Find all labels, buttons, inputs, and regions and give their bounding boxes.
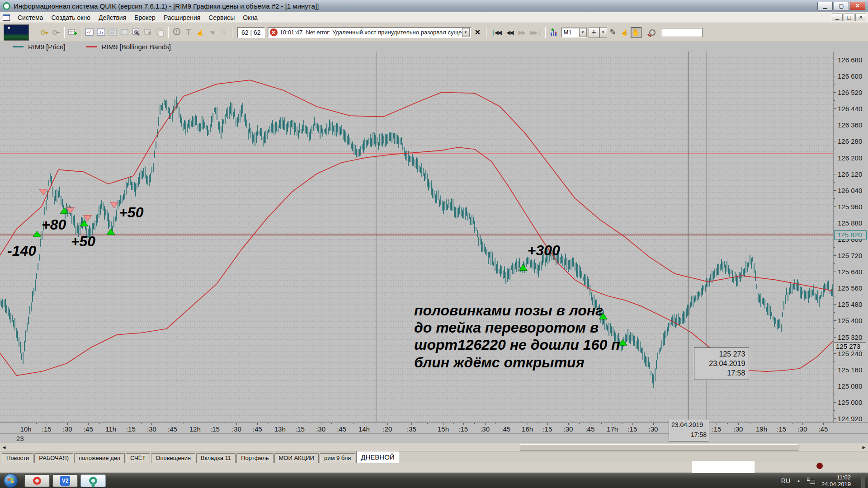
taskbar-vnc-button[interactable]: V2 [52,474,78,487]
maximize-button[interactable]: ▢ [834,2,849,10]
interval-dropdown-arrow[interactable]: ▼ [579,28,587,37]
time-tick [782,423,782,425]
price-minor-tick [834,182,835,183]
pointer-hand-icon[interactable]: ☝ [619,27,631,38]
disconnect-key-icon[interactable] [50,27,62,38]
mdi-close-button[interactable]: ✕ [855,14,866,21]
menu-item-2[interactable]: Создать окно [47,13,94,22]
price-label: 126 040 [838,186,862,194]
chart-plot-area[interactable]: -140+80+50+50+300половинками позы в лонг… [0,52,833,422]
time-minor-tick [400,423,400,424]
pan-hand-button[interactable]: ✋ [631,27,642,38]
chart-settings-icon[interactable] [84,27,95,38]
text-tool-icon[interactable]: T [183,27,194,38]
interval-select[interactable]: M1 ▼ [561,28,587,38]
scroll-left-arrow[interactable]: ◀ [0,444,8,450]
time-tick [111,423,111,425]
error-dropdown[interactable]: ✕ 10:01:47 Net error: Удаленный хост при… [268,27,471,38]
nav-first-button[interactable]: ❘◀◀ [489,28,504,37]
delete-window-icon[interactable] [142,27,154,38]
network-icon[interactable] [807,478,815,484]
show-desktop-button[interactable] [861,473,865,488]
nav-next-button[interactable]: ▶▶ [516,28,527,37]
time-label: 14h [359,425,370,433]
scroll-right-arrow[interactable]: ▶ [860,444,868,450]
price-label: 125 400 [838,317,862,324]
tab-3[interactable]: положение дел [74,453,125,463]
mdi-minimize-button[interactable]: ▁ [832,14,843,21]
close-button[interactable]: ✕ [850,2,865,10]
zoom-dropdown-arrow[interactable]: ▼ [599,27,607,38]
menu-item-5[interactable]: Расширения [160,13,204,22]
chart-window2-icon[interactable] [95,27,107,38]
minimize-button[interactable]: ▁ [817,2,833,10]
add-table-icon[interactable] [67,27,79,38]
price-minor-tick [834,117,835,117]
menu-item-3[interactable]: Действия [94,13,130,22]
price-tick [834,272,836,272]
nav-prev-button[interactable]: ◀◀ [504,28,515,37]
time-tick [387,423,388,425]
price-label: 125 320 [838,333,862,341]
start-button[interactable] [4,474,18,488]
time-minor-tick [813,423,813,424]
copy-window-icon[interactable] [154,27,166,38]
price-tick [834,190,836,191]
menu-item-6[interactable]: Сервисы [204,13,239,22]
error-dropdown-arrow[interactable]: ▼ [462,28,470,37]
alert-icon[interactable]: ! [171,27,183,38]
mdi-restore-button[interactable]: ▢ [844,14,854,21]
hand-left-icon[interactable]: ☚ [206,27,218,38]
edit-properties-icon[interactable] [131,27,142,38]
time-tick [506,423,506,425]
current-price-badge: 125 820 [834,230,867,239]
tab-8[interactable]: МОИ АКЦИИ [274,453,319,463]
chart-annotation: шорт126220 не дошли 160 п [414,337,620,353]
taskbar-opera-button[interactable] [24,474,50,487]
zoom-in-button[interactable]: + [589,27,599,38]
time-label: :15 [627,425,637,433]
time-minor-tick [517,423,517,424]
draw-tool-icon[interactable]: ✎ [607,27,619,38]
time-minor-tick [269,423,269,424]
window-gray-icon[interactable] [119,27,131,38]
connect-key-icon[interactable] [38,27,50,38]
time-minor-tick [290,423,290,424]
clear-error-icon[interactable]: ✕ [472,27,484,38]
toolbar: ! T ☝ ☚ ☟ 62 | 62 ✕ 10:01:47 Net error: … [0,23,868,42]
time-tick [613,423,613,425]
tab-6[interactable]: Вкладка 11 [196,453,236,463]
price-axis[interactable]: 126 680126 600126 520126 440126 360126 2… [833,52,868,422]
tab-1[interactable]: Новости [2,453,33,463]
chart-horizontal-scrollbar[interactable]: ◀ ▶ [0,443,868,451]
menu-item-7[interactable]: Окна [239,13,262,22]
time-tick [88,423,89,425]
scrollbar-thumb[interactable] [520,444,798,450]
time-label: :30 [147,425,156,433]
taskbar-clock[interactable]: 11:02 24.04.2019 [821,474,851,488]
price-tick [834,60,836,60]
hand-up-icon[interactable]: ☝ [194,27,206,38]
search-input[interactable] [661,28,703,37]
crosshair-price-badge: 125 273 [834,342,866,351]
price-tick [834,255,836,256]
new-chart-icon[interactable] [548,27,560,38]
nav-last-button[interactable]: ▶▶❘ [528,28,543,37]
menu-item-4[interactable]: Брокер [130,13,160,22]
language-indicator[interactable]: RU [781,477,790,484]
taskbar-quik-button[interactable] [80,474,106,487]
menu-item-1[interactable]: Система [14,13,47,22]
time-axis[interactable]: 10h:15:30:4511h:15:30:4512h:15:30:4513h:… [0,422,868,433]
tab-5[interactable]: Оповещения [151,453,195,463]
list-icon[interactable] [107,27,119,38]
tray-expand-icon[interactable]: ▲ [797,479,801,483]
tab-9[interactable]: рим 9 бля [320,453,355,463]
tab-7[interactable]: Портфель [236,453,273,463]
time-tick [131,423,131,425]
tab-2[interactable]: РАБОЧАЯ) [34,453,73,463]
time-tick [236,423,237,425]
tab-4[interactable]: СЧЁТ [126,453,150,463]
chart-annotation: +300 [528,242,560,258]
tab-10[interactable]: ДНЕВНОЙ [356,451,399,463]
hand-both-icon[interactable]: ☟ [218,27,230,38]
